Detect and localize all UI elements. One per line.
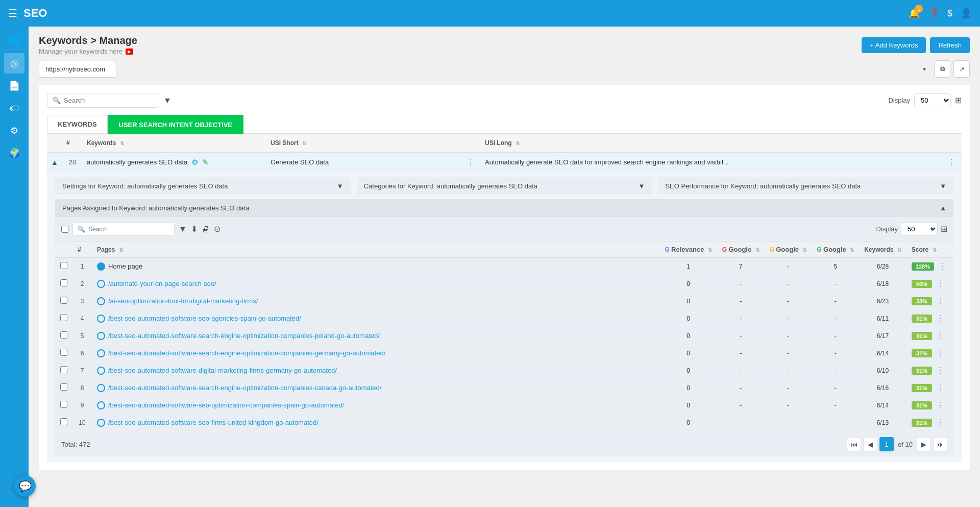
row-action-menu[interactable]: ⋮ bbox=[936, 261, 948, 271]
pages-panel-header[interactable]: Pages Assigned to Keyword: automatically… bbox=[55, 199, 953, 217]
nested-filter-icon[interactable]: ▼ bbox=[179, 225, 187, 234]
notification-icon[interactable]: 🔔 1 bbox=[909, 8, 920, 19]
page-link[interactable]: /best-seo-automated-software-seo-firms-u… bbox=[108, 419, 318, 426]
page-status-icon bbox=[97, 384, 105, 392]
url-select[interactable]: https://nytroseo.com bbox=[39, 61, 116, 78]
row-action-menu[interactable]: ⋮ bbox=[934, 313, 946, 323]
row-checkbox[interactable] bbox=[60, 331, 67, 339]
categories-panel[interactable]: Categories for Keyword: automatically ge… bbox=[357, 177, 652, 195]
sidebar-item-analytics[interactable]: ⚙ bbox=[4, 120, 24, 141]
row-google1: - bbox=[717, 362, 765, 379]
last-page-button[interactable]: ⏭ bbox=[933, 437, 947, 451]
copy-url-button[interactable]: ⧉ bbox=[934, 60, 950, 78]
page-link[interactable]: /best-seo-automated-software-digital-mar… bbox=[108, 367, 337, 374]
page-link[interactable]: /ai-seo-optimization-tool-for-digital-ma… bbox=[108, 297, 258, 305]
nested-search-input[interactable] bbox=[88, 226, 170, 233]
select-all-pages-checkbox[interactable] bbox=[61, 226, 68, 233]
collapse-icon[interactable]: ▲ bbox=[51, 158, 58, 166]
sort-kw-icon[interactable]: ⇅ bbox=[897, 247, 901, 253]
row-action-menu[interactable]: ⋮ bbox=[934, 348, 946, 358]
tab-keywords[interactable]: KEYWORDS bbox=[47, 115, 108, 133]
usi-short-menu-icon[interactable]: ⋮ bbox=[464, 157, 477, 167]
sidebar-item-globe[interactable]: 🌐 bbox=[4, 31, 24, 51]
row-action-menu[interactable]: ⋮ bbox=[934, 331, 946, 341]
row-google3: 5 bbox=[812, 258, 859, 275]
row-num: 6 bbox=[72, 345, 92, 362]
keywords-table-header: # Keywords ⇅ USI Short ⇅ USI Long ⇅ bbox=[47, 134, 962, 152]
first-page-button[interactable]: ⏮ bbox=[847, 437, 861, 451]
filter-icon[interactable]: ▼ bbox=[163, 96, 172, 105]
nested-circle-icon[interactable]: ⊙ bbox=[214, 224, 220, 234]
row-action-menu[interactable]: ⋮ bbox=[934, 279, 946, 288]
sort-pages-icon[interactable]: ⇅ bbox=[119, 247, 123, 253]
row-action-menu[interactable]: ⋮ bbox=[934, 400, 946, 410]
sort-usi-short-icon[interactable]: ⇅ bbox=[302, 140, 306, 146]
page-title: Keywords > Manage bbox=[39, 35, 137, 46]
keyword-edit-icon[interactable]: ✎ bbox=[202, 158, 209, 167]
youtube-icon[interactable]: ▶ bbox=[126, 49, 133, 55]
row-checkbox[interactable] bbox=[60, 401, 67, 408]
current-page-button[interactable]: 1 bbox=[879, 437, 894, 451]
prev-page-button[interactable]: ◀ bbox=[863, 437, 877, 451]
next-page-button[interactable]: ▶ bbox=[917, 437, 931, 451]
sidebar-item-tags[interactable]: 🏷 bbox=[4, 98, 24, 118]
row-checkbox-cell bbox=[55, 327, 72, 345]
sort-keywords-icon[interactable]: ⇅ bbox=[120, 140, 124, 146]
usi-long-menu-icon[interactable]: ⋮ bbox=[945, 157, 958, 167]
sort-google2-icon[interactable]: ⇅ bbox=[802, 247, 806, 253]
menu-icon[interactable]: ☰ bbox=[8, 7, 17, 19]
sidebar-item-pages[interactable]: 📄 bbox=[4, 76, 24, 96]
pages-table-header: # Pages ⇅ G Relevance bbox=[55, 242, 953, 258]
sort-google3-icon[interactable]: ⇅ bbox=[850, 247, 854, 253]
row-action-menu[interactable]: ⋮ bbox=[934, 383, 946, 393]
nested-grid-icon[interactable]: ⊞ bbox=[941, 224, 947, 234]
sort-google1-icon[interactable]: ⇅ bbox=[755, 247, 760, 253]
pages-panel-chevron: ▲ bbox=[940, 204, 946, 212]
seo-performance-panel[interactable]: SEO Performance for Keyword: automatical… bbox=[658, 177, 953, 195]
page-link[interactable]: /best-seo-automated-software-search-engi… bbox=[108, 349, 385, 357]
row-action-menu[interactable]: ⋮ bbox=[934, 366, 946, 375]
nested-print-icon[interactable]: 🖨 bbox=[202, 225, 210, 234]
row-checkbox[interactable] bbox=[60, 383, 67, 391]
score-badge: 31% bbox=[912, 401, 932, 409]
row-action-menu[interactable]: ⋮ bbox=[934, 296, 946, 306]
settings-panel[interactable]: Settings for Keyword: automatically gene… bbox=[55, 177, 351, 195]
page-link[interactable]: /best-seo-automated-software-search-engi… bbox=[108, 332, 380, 340]
sidebar-item-world[interactable]: 🌍 bbox=[4, 143, 24, 163]
grid-view-icon[interactable]: ⊞ bbox=[955, 95, 962, 105]
open-url-button[interactable]: ↗ bbox=[953, 60, 970, 78]
display-select[interactable]: 50 10 25 100 bbox=[914, 93, 951, 107]
row-checkbox[interactable] bbox=[60, 366, 67, 373]
row-page-cell: /best-seo-automated-software-seo-firms-u… bbox=[92, 414, 659, 431]
nested-download-icon[interactable]: ⬇ bbox=[191, 224, 198, 234]
keyword-settings-icon[interactable]: ⚙ bbox=[191, 158, 198, 167]
url-bar-actions: ⧉ ↗ bbox=[934, 60, 970, 78]
row-action-menu[interactable]: ⋮ bbox=[934, 418, 946, 427]
row-checkbox[interactable] bbox=[60, 262, 67, 269]
page-link[interactable]: /best-seo-automated-software-seo-optimiz… bbox=[108, 401, 344, 409]
refresh-button[interactable]: Refresh bbox=[930, 37, 970, 53]
page-link[interactable]: /automate-your-on-page-search-seo/ bbox=[108, 280, 216, 287]
billing-icon[interactable]: $ bbox=[947, 8, 952, 19]
account-icon[interactable]: 👤 bbox=[961, 8, 972, 19]
help-icon[interactable]: ❓ bbox=[928, 8, 939, 19]
row-checkbox[interactable] bbox=[60, 314, 67, 321]
row-checkbox[interactable] bbox=[60, 418, 67, 425]
row-page-cell: /best-seo-automated-software-seo-optimiz… bbox=[92, 397, 659, 414]
tab-user-search-intent[interactable]: USER SEARCH INTENT OBJECTIVE bbox=[108, 115, 243, 134]
sidebar-item-seo[interactable]: ◎ bbox=[4, 53, 24, 74]
search-input[interactable] bbox=[64, 96, 154, 104]
chat-bubble[interactable]: 💬 bbox=[14, 475, 36, 497]
sort-relevance-icon[interactable]: ⇅ bbox=[708, 247, 712, 253]
row-checkbox[interactable] bbox=[60, 349, 67, 356]
row-checkbox[interactable] bbox=[60, 279, 67, 286]
add-keywords-button[interactable]: + Add Keywords bbox=[862, 37, 926, 53]
page-link[interactable]: /best-seo-automated-software-search-engi… bbox=[108, 384, 381, 392]
page-status-icon bbox=[97, 349, 105, 357]
nested-display-row: Display 50 10 25 100 bbox=[876, 222, 947, 236]
row-checkbox[interactable] bbox=[60, 297, 67, 304]
sort-usi-long-icon[interactable]: ⇅ bbox=[516, 140, 520, 146]
sort-score-icon[interactable]: ⇅ bbox=[933, 247, 937, 253]
nested-display-select[interactable]: 50 10 25 100 bbox=[901, 222, 938, 236]
page-link[interactable]: /best-seo-automated-software-seo-agencie… bbox=[108, 315, 301, 322]
